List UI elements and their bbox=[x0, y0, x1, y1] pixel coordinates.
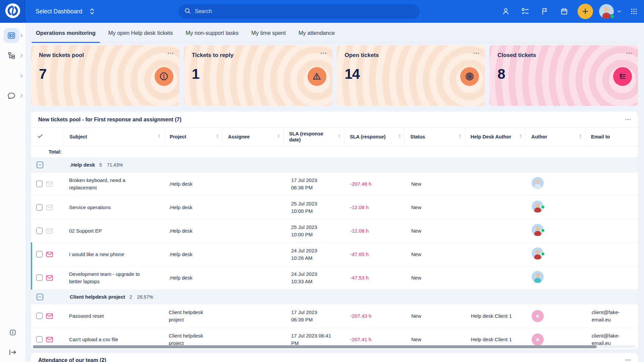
author-cell bbox=[526, 200, 585, 215]
sla-response-date-cell: 17 Jul 2023 06:41PM bbox=[283, 332, 344, 347]
more-options-button[interactable] bbox=[473, 51, 480, 56]
more-options-button[interactable] bbox=[167, 51, 174, 56]
expand-sidebar-icon[interactable] bbox=[8, 348, 17, 357]
email-envelope-icon bbox=[46, 313, 53, 319]
group-row-help-desk: .Help desk 5 71.43% bbox=[31, 158, 638, 172]
table-title: New tickets pool - for First response an… bbox=[38, 117, 181, 123]
flag-icon[interactable] bbox=[541, 7, 549, 15]
more-options-button[interactable] bbox=[625, 117, 632, 122]
subject-cell[interactable]: I would like a new phone bbox=[64, 251, 164, 258]
apps-grid-icon[interactable] bbox=[630, 7, 638, 15]
tasks-checklist-icon[interactable] bbox=[521, 7, 529, 15]
search-bar bbox=[178, 4, 420, 18]
tab-my-non-support-tasks[interactable]: My non-support tasks bbox=[184, 30, 239, 43]
more-options-button[interactable] bbox=[625, 357, 632, 362]
online-status-dot bbox=[610, 14, 614, 19]
more-options-button[interactable] bbox=[320, 51, 327, 56]
stat-card-value: 14 bbox=[345, 66, 477, 82]
column-header-status[interactable]: Status bbox=[405, 128, 465, 146]
stat-card-title: Tickets to reply bbox=[192, 52, 324, 59]
author-avatar bbox=[532, 247, 544, 259]
project-cell: Client helpdesk project bbox=[164, 332, 222, 347]
empty-slot bbox=[4, 68, 19, 83]
project-cell: .Help desk bbox=[164, 251, 222, 258]
subject-cell[interactable]: Can't upload a csv file bbox=[64, 336, 164, 343]
tab-my-time-spent[interactable]: My time spent bbox=[250, 30, 287, 43]
dashboard-selector[interactable]: Select Dashboard bbox=[36, 8, 95, 15]
row-checkbox[interactable] bbox=[36, 275, 43, 281]
row-checkbox[interactable] bbox=[36, 228, 43, 234]
author-cell: A bbox=[526, 334, 585, 346]
chevron-right-icon[interactable] bbox=[20, 94, 23, 98]
column-header-project[interactable]: Project bbox=[164, 128, 222, 146]
project-cell: .Help desk bbox=[164, 227, 222, 235]
sidebar-item-messages[interactable] bbox=[0, 88, 25, 104]
chat-bubble-icon bbox=[4, 88, 19, 103]
sla-response-cell: -207.43 h bbox=[344, 312, 405, 320]
sidebar-item-projects[interactable] bbox=[0, 48, 25, 64]
more-options-button[interactable] bbox=[626, 51, 633, 56]
info-icon[interactable] bbox=[9, 328, 17, 337]
subject-cell[interactable]: Development team - upgrade to better lap… bbox=[64, 270, 164, 285]
column-header-sla-response-date[interactable]: SLA (response date) bbox=[283, 128, 344, 146]
user-avatar[interactable] bbox=[599, 4, 614, 19]
row-checkbox[interactable] bbox=[36, 313, 43, 319]
subject-cell[interactable]: 02 Support EP bbox=[64, 227, 164, 235]
author-cell bbox=[526, 271, 585, 285]
status-cell: New bbox=[405, 336, 465, 343]
sort-toggle-icon bbox=[90, 8, 95, 15]
ticket-row: Service operations .Help desk 25 Jul 202… bbox=[31, 196, 638, 219]
stat-card-new-tickets-pool: New tickets pool 7 bbox=[31, 45, 179, 106]
column-header-help-desk-author[interactable]: Help Desk Author bbox=[465, 128, 526, 146]
subject-cell[interactable]: Broken keyboard, need a replacement bbox=[64, 177, 164, 191]
chevron-right-icon[interactable] bbox=[20, 54, 23, 58]
attendance-panel: Attendance of our team (2) bbox=[31, 353, 638, 362]
calendar-icon[interactable] bbox=[560, 7, 568, 15]
chevron-right-icon[interactable] bbox=[20, 34, 23, 38]
collapse-group-button[interactable] bbox=[37, 162, 43, 168]
column-header-sla-response[interactable]: SLA (response) bbox=[344, 128, 405, 146]
sidebar-item-more[interactable] bbox=[0, 68, 25, 84]
user-menu-chevron-icon[interactable] bbox=[616, 9, 622, 14]
tickets-table-panel: New tickets pool - for First response an… bbox=[31, 112, 638, 350]
app-logo[interactable] bbox=[0, 0, 25, 23]
author-avatar bbox=[532, 271, 544, 283]
sort-arrows-icon bbox=[275, 134, 280, 140]
row-checkbox[interactable] bbox=[36, 336, 43, 343]
tab-my-open-help-desk-tickets[interactable]: My open Help desk tickets bbox=[107, 30, 174, 43]
column-header-email-to[interactable]: Email to bbox=[585, 128, 638, 146]
tab-operations-monitoring[interactable]: Operations monitoring bbox=[35, 30, 97, 43]
author-avatar bbox=[532, 200, 544, 213]
tab-my-attendance[interactable]: My attendance bbox=[298, 30, 336, 43]
profile-icon[interactable] bbox=[502, 7, 510, 15]
row-checkbox[interactable] bbox=[36, 204, 43, 210]
scrollbar-thumb[interactable] bbox=[33, 345, 597, 348]
chevron-right-icon[interactable] bbox=[20, 74, 23, 78]
project-cell: .Help desk bbox=[164, 204, 222, 211]
author-avatar bbox=[532, 224, 544, 236]
group-percent: 71.43% bbox=[107, 162, 123, 168]
horizontal-scrollbar[interactable] bbox=[33, 345, 636, 348]
collapse-group-button[interactable] bbox=[37, 294, 43, 300]
add-new-button[interactable] bbox=[578, 4, 593, 19]
stat-card-open-tickets: Open tickets 14 bbox=[337, 45, 485, 106]
project-tree-icon bbox=[4, 48, 19, 63]
row-checkbox[interactable] bbox=[36, 181, 43, 187]
subject-cell[interactable]: Password reset bbox=[64, 312, 164, 320]
group-percent: 28.57% bbox=[137, 294, 153, 300]
subject-cell[interactable]: Service operations bbox=[64, 204, 164, 211]
sla-response-date-cell: 25 Jul 202310:00 PM bbox=[283, 224, 344, 238]
column-header-author[interactable]: Author bbox=[526, 128, 585, 146]
column-header-subject[interactable]: Subject bbox=[64, 128, 164, 146]
stat-card-value: 8 bbox=[497, 66, 630, 82]
status-cell: New bbox=[405, 274, 465, 282]
sidebar-item-dashboards[interactable] bbox=[0, 27, 25, 44]
status-cell: New bbox=[405, 251, 465, 258]
column-header-assignee[interactable]: Assignee bbox=[222, 128, 283, 146]
row-checkbox[interactable] bbox=[36, 251, 43, 257]
status-cell: New bbox=[405, 204, 465, 211]
sla-response-cell: -12.08 h bbox=[344, 227, 405, 235]
search-input[interactable] bbox=[195, 8, 414, 14]
stat-card-title: Open tickets bbox=[345, 52, 477, 59]
column-header-select-all[interactable] bbox=[31, 128, 64, 146]
